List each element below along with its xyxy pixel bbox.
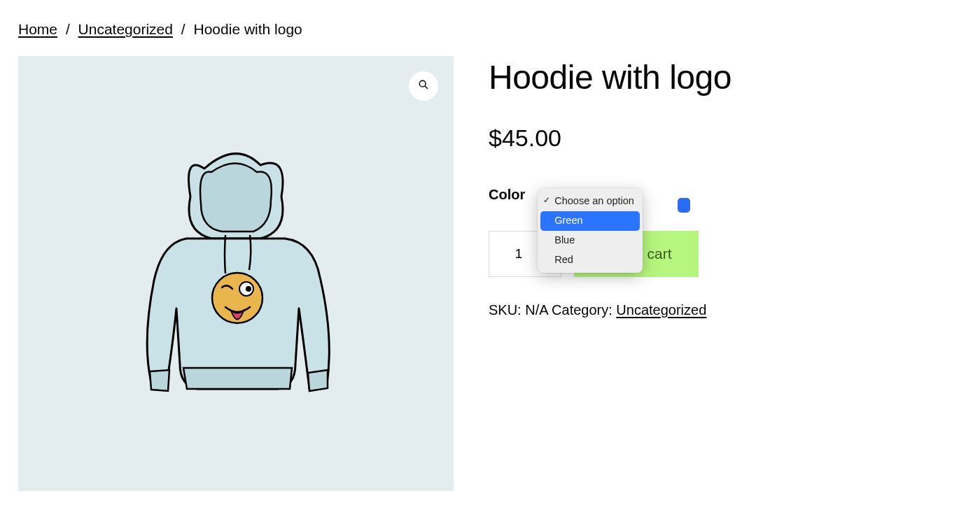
- breadcrumb-separator: /: [181, 21, 186, 37]
- select-focus-ring: [678, 198, 690, 213]
- select-option-blue[interactable]: Blue: [538, 231, 643, 250]
- zoom-button[interactable]: [409, 71, 438, 101]
- product-container: Hoodie with logo $45.00 Color Choose an …: [18, 56, 962, 491]
- search-icon: [418, 79, 429, 93]
- category-label: Category:: [552, 302, 612, 318]
- breadcrumb-category-link[interactable]: Uncategorized: [78, 21, 173, 37]
- select-option-green[interactable]: Green: [540, 211, 640, 231]
- sku-label: SKU:: [489, 302, 522, 318]
- product-image-area: [18, 56, 454, 491]
- select-option-red[interactable]: Red: [538, 250, 643, 270]
- breadcrumb-separator: /: [66, 21, 70, 37]
- svg-line-1: [425, 86, 428, 89]
- select-option-placeholder[interactable]: Choose an option: [538, 192, 643, 211]
- svg-point-0: [419, 80, 426, 87]
- product-image: [120, 134, 351, 413]
- variant-row: Color Choose an option Green Blue Red: [489, 187, 732, 203]
- category-link[interactable]: Uncategorized: [616, 302, 706, 318]
- product-title: Hoodie with logo: [489, 59, 732, 97]
- select-dropdown-popup: Choose an option Green Blue Red: [538, 188, 643, 273]
- svg-point-4: [246, 286, 251, 292]
- breadcrumb-home-link[interactable]: Home: [18, 21, 57, 37]
- product-details: Hoodie with logo $45.00 Color Choose an …: [489, 56, 732, 318]
- variant-label: Color: [489, 187, 525, 203]
- product-price: $45.00: [489, 125, 732, 152]
- breadcrumb: Home / Uncategorized / Hoodie with logo: [18, 21, 962, 38]
- product-meta: SKU: N/A Category: Uncategorized: [489, 302, 732, 318]
- breadcrumb-current: Hoodie with logo: [194, 21, 302, 37]
- quantity-value: 1: [515, 246, 523, 262]
- sku-value: N/A: [525, 302, 547, 318]
